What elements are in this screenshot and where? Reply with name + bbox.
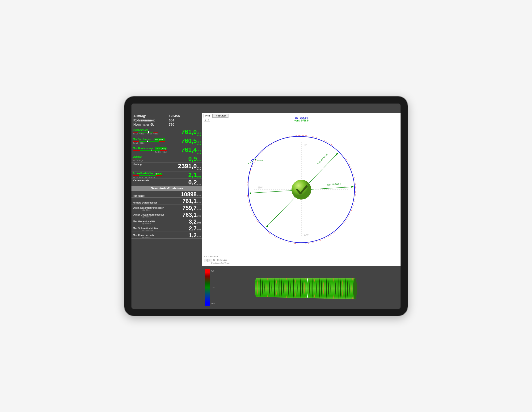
result-rohrlaenge: Rohrlänge 10898mm: [132, 191, 202, 198]
next-button[interactable]: >: [208, 259, 212, 262]
durchmesser-label: Durchmesser: [133, 129, 158, 131]
deg-270-label: 270°: [304, 233, 309, 236]
pipe-3d-svg: [249, 271, 362, 304]
tab-profil[interactable]: Profil: [203, 114, 212, 118]
kante-value: 0,2: [188, 179, 197, 185]
result-mittl-durchmesser: Mittlere Durchmesser 761,1mm: [132, 198, 202, 204]
auftrag-label: Auftrag:: [133, 114, 169, 118]
color-scale: 0,0 -0,8 -1,5: [205, 269, 210, 306]
prev-button[interactable]: <: [204, 259, 208, 262]
oval-label: Ovalität: [133, 156, 142, 158]
min-d-label: Min Durchmesser: [133, 138, 153, 141]
min-d-unit: mm: [197, 143, 201, 146]
min-d-value: 760,5: [181, 138, 197, 144]
oval-value: 0,9: [188, 156, 197, 162]
min-d-tol-ug: Tol. UG = 759,0: [133, 142, 144, 144]
svg-marker-10: [249, 192, 251, 194]
nominal-label: Nominaler Ø:: [133, 123, 169, 126]
result-max-schweissnahthoehe: Max Schweißnahthöhe@L=1458 mm 2,7mm: [132, 225, 202, 232]
spinner-down-icon[interactable]: ▼: [208, 120, 209, 121]
result-max-gesamt: Ø Max Gesamtdurchmesser@L=93 mm 763,1mm: [132, 211, 202, 218]
max-d-unit: mm: [197, 152, 201, 155]
oval-tol-og: Tol. OG = 3,0: [133, 160, 142, 162]
cross-section-plot: 90° 180° 0° 270° WT=2,1: [240, 128, 363, 251]
deg-90-label: 90°: [304, 144, 307, 146]
metric-durchmesser: Durchmesser Tol. UG = 759,5 Tol. OG = 76…: [132, 128, 202, 137]
plot-tabs: Profil Trendkurven: [203, 114, 228, 118]
result-max-kantenversatz: Max Kantenversatz@L=26 mm 1,2mm: [132, 232, 202, 239]
weld-badge: @157°: [155, 173, 162, 175]
max-d-tol-og: Tol. OG = 762,0: [155, 151, 167, 153]
oval-unit: mm: [197, 159, 201, 162]
max-diameter-label: Max Ø=761,4: [316, 153, 328, 165]
min-d-badge: @4° (Abs.): [154, 138, 165, 141]
position-status: L = 10898 mm < > N = 554 / 1107 Position…: [204, 256, 230, 265]
order-header: Auftrag: 123456 Rohrnummer: 654 Nominale…: [132, 113, 202, 128]
auftrag-value: 123456: [169, 114, 180, 118]
max-d-badge: @42° (Abs.): [155, 147, 167, 149]
rohrnummer-value: 654: [169, 118, 174, 122]
max-d-label: Max Durchmesser: [133, 147, 153, 149]
min-diameter-label: Min Ø=760,5: [327, 183, 341, 186]
scale-bot: -1,5: [211, 302, 215, 304]
tablet-frame: Auftrag: 123456 Rohrnummer: 654 Nominale…: [124, 96, 408, 316]
metric-max-durchmesser: Max Durchmesser @42° (Abs.) Tol. OG = 76…: [132, 146, 202, 155]
main-area: Profil Trendkurven 5 ▲ ▼ bis : Ø762,0 vo…: [202, 113, 400, 309]
umfang-label: Umfang: [133, 163, 142, 165]
umfang-unit: mm: [197, 169, 201, 171]
profile-plot[interactable]: Profil Trendkurven 5 ▲ ▼ bis : Ø762,0 vo…: [202, 113, 400, 266]
durchmesser-unit: mm: [197, 134, 201, 137]
pipe-3d-panel: 0,0 -0,8 -1,5: [202, 266, 400, 309]
status-n: N = 554 / 1107: [213, 259, 227, 262]
durchmesser-tol-og: Tol. OG = 761,5: [147, 133, 158, 135]
weld-unit: mm: [197, 176, 201, 178]
results-section-header: Gesamtrohr-Ergebnisse: [132, 186, 202, 191]
metric-min-durchmesser: Min Durchmesser @4° (Abs.) Tol. UG = 759…: [132, 137, 202, 146]
status-ok-icon: [292, 180, 311, 200]
max-d-value: 761,4: [181, 147, 197, 153]
weld-label: Schweißnahthöhe: [133, 172, 153, 175]
metric-schweissnahthoehe: Schweißnahthöhe @157° Tol. UG = 0,5 Tol.…: [132, 172, 202, 179]
svg-marker-9: [352, 186, 354, 188]
kante-unit: mm: [197, 183, 201, 185]
weld-value: 2,1: [188, 172, 197, 178]
status-position: Position = 5427 mm: [211, 262, 230, 265]
svg-point-11: [353, 278, 357, 299]
umfang-value: 2391,0: [178, 163, 197, 169]
spinner-value: 5: [205, 119, 206, 121]
wt-label: WT=2,1: [257, 159, 265, 162]
weld-tol-ug: Tol. UG = 0,5: [133, 176, 142, 178]
result-max-ovalitaet: Max Gesamtovalität@L=93 mm 3,2mm: [132, 218, 202, 225]
deg-0-label: 0°: [344, 186, 346, 189]
durchmesser-value: 761,0: [181, 129, 197, 135]
kante-label: Kantenversatz: [133, 179, 149, 182]
range-von: von : Ø759,0: [294, 119, 308, 122]
tab-trendkurven[interactable]: Trendkurven: [212, 114, 228, 118]
metric-kantenversatz: Kantenversatz 0,2 mm: [132, 179, 202, 186]
deg-180-label: 180°: [258, 186, 263, 189]
pipe-3d-view[interactable]: [210, 266, 400, 309]
app-screen: Auftrag: 123456 Rohrnummer: 654 Nominale…: [132, 103, 400, 309]
durchmesser-tol-ug: Tol. UG = 759,5: [133, 133, 144, 135]
nominal-value: 760: [169, 123, 174, 126]
result-min-gesamt: Ø Min Gesamtdurchmesser@L=26 mm 759,7mm: [132, 204, 202, 211]
sidebar: Auftrag: 123456 Rohrnummer: 654 Nominale…: [132, 113, 202, 309]
status-length: L = 10898 mm: [204, 256, 230, 258]
rohrnummer-label: Rohrnummer:: [133, 118, 169, 122]
metric-ovalitaet: Ovalität Tol. OG = 3,0 0,9 mm: [132, 155, 202, 163]
weld-tol-og: Tol. OG = 3,0: [145, 176, 155, 178]
diameter-range-labels: bis : Ø762,0 von : Ø759,0: [294, 117, 308, 122]
zoom-spinner[interactable]: 5 ▲ ▼: [204, 118, 210, 121]
content-area: Auftrag: 123456 Rohrnummer: 654 Nominale…: [132, 103, 400, 309]
scale-top: 0,0: [211, 270, 214, 272]
scale-mid: -0,8: [211, 286, 215, 288]
metric-umfang: Umfang 2391,0 -2,9 mm: [132, 163, 202, 172]
range-bis: bis : Ø762,0: [294, 117, 308, 119]
